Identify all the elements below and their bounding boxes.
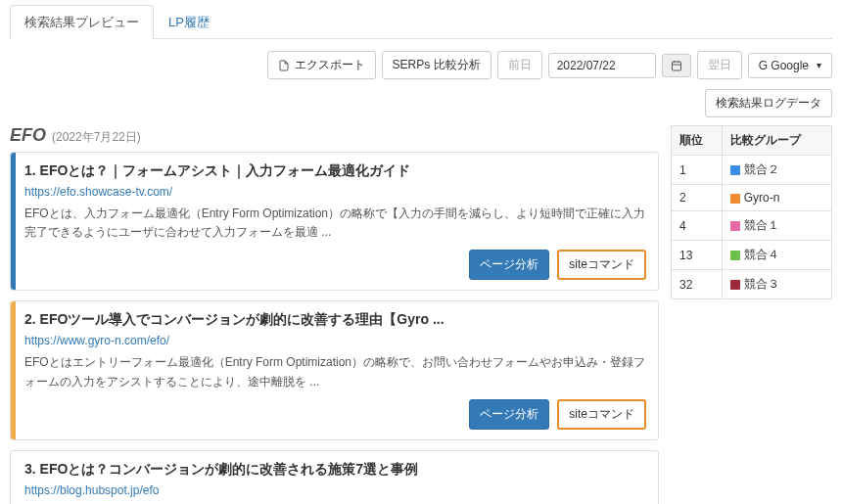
result-url[interactable]: https://blog.hubspot.jp/efo bbox=[24, 483, 159, 497]
rank-cell: 32 bbox=[672, 270, 723, 299]
group-label: 競合４ bbox=[744, 248, 779, 261]
page-analyze-button[interactable]: ページ分析 bbox=[469, 250, 549, 280]
col-group: 比較グループ bbox=[722, 126, 831, 156]
engine-label: G Google bbox=[759, 59, 809, 72]
toolbar: エクスポート SERPs 比較分析 前日 翌日 G Google ▾ bbox=[10, 51, 832, 79]
page-analyze-button[interactable]: ページ分析 bbox=[469, 399, 549, 430]
toolbar-secondary: 検索結果ログデータ bbox=[10, 89, 832, 117]
group-label: Gyro-n bbox=[744, 191, 780, 205]
color-swatch bbox=[730, 251, 740, 260]
table-row[interactable]: 32競合３ bbox=[672, 270, 832, 299]
rank-cell: 2 bbox=[672, 185, 723, 211]
tab-preview[interactable]: 検索結果プレビュー bbox=[10, 5, 154, 39]
result-title: 2. EFOツール導入でコンバージョンが劇的に改善する理由【Gyro ... bbox=[24, 311, 646, 329]
file-icon bbox=[278, 60, 290, 71]
table-row[interactable]: 13競合４ bbox=[672, 241, 832, 270]
result-url[interactable]: https://www.gyro-n.com/efo/ bbox=[24, 334, 169, 347]
calendar-icon bbox=[671, 60, 682, 71]
tabs: 検索結果プレビュー LP履歴 bbox=[10, 5, 832, 39]
table-row[interactable]: 2Gyro-n bbox=[672, 185, 832, 211]
tab-lp-history[interactable]: LP履歴 bbox=[154, 5, 224, 39]
compare-group-table: 順位 比較グループ 1競合２2Gyro-n4競合１13競合４32競合３ bbox=[671, 125, 832, 299]
group-cell: Gyro-n bbox=[722, 185, 831, 211]
result-title: 1. EFOとは？｜フォームアシスト｜入力フォーム最適化ガイド bbox=[24, 162, 646, 180]
rank-cell: 13 bbox=[672, 241, 723, 270]
col-rank: 順位 bbox=[672, 126, 723, 156]
result-url[interactable]: https://efo.showcase-tv.com/ bbox=[24, 185, 172, 199]
group-cell: 競合４ bbox=[722, 241, 831, 270]
group-label: 競合３ bbox=[744, 277, 779, 291]
log-data-button[interactable]: 検索結果ログデータ bbox=[705, 89, 832, 117]
result-stripe bbox=[11, 153, 16, 290]
search-result: 1. EFOとは？｜フォームアシスト｜入力フォーム最適化ガイドhttps://e… bbox=[10, 152, 659, 291]
site-command-button[interactable]: siteコマンド bbox=[557, 399, 646, 430]
color-swatch bbox=[730, 165, 740, 175]
result-actions: ページ分析siteコマンド bbox=[24, 250, 646, 280]
caret-down-icon: ▾ bbox=[817, 60, 821, 70]
color-swatch bbox=[730, 280, 740, 290]
serps-compare-button[interactable]: SERPs 比較分析 bbox=[382, 51, 491, 79]
export-button[interactable]: エクスポート bbox=[267, 51, 376, 79]
calendar-button[interactable] bbox=[662, 54, 691, 77]
next-day-button[interactable]: 翌日 bbox=[697, 51, 742, 79]
keyword-title: EFO bbox=[10, 125, 46, 146]
rank-cell: 1 bbox=[672, 156, 723, 185]
result-actions: ページ分析siteコマンド bbox=[24, 399, 646, 430]
date-input[interactable] bbox=[548, 53, 656, 78]
group-label: 競合２ bbox=[744, 162, 779, 176]
search-result: 2. EFOツール導入でコンバージョンが劇的に改善する理由【Gyro ...ht… bbox=[10, 300, 659, 439]
heading-date: (2022年7月22日) bbox=[52, 129, 141, 146]
result-snippet: EFOとは、入力フォーム最適化（Entry Form Optimization）… bbox=[24, 205, 646, 242]
table-row[interactable]: 1競合２ bbox=[672, 156, 832, 185]
color-swatch bbox=[730, 221, 740, 231]
page-heading: EFO (2022年7月22日) bbox=[10, 125, 659, 146]
result-stripe bbox=[11, 301, 16, 438]
group-cell: 競合１ bbox=[722, 211, 831, 241]
table-row[interactable]: 4競合１ bbox=[672, 211, 832, 241]
result-title: 3. EFOとは？コンバージョンが劇的に改善される施策7選と事例 bbox=[24, 461, 646, 479]
color-swatch bbox=[730, 194, 740, 204]
search-result: 3. EFOとは？コンバージョンが劇的に改善される施策7選と事例https://… bbox=[10, 450, 659, 504]
rank-cell: 4 bbox=[672, 211, 723, 241]
result-snippet: EFOとはエントリーフォーム最適化（Entry Form Optimizatio… bbox=[24, 353, 646, 390]
site-command-button[interactable]: siteコマンド bbox=[557, 250, 646, 280]
prev-day-button[interactable]: 前日 bbox=[497, 51, 542, 79]
engine-select[interactable]: G Google ▾ bbox=[748, 53, 832, 78]
svg-rect-0 bbox=[672, 62, 680, 70]
group-label: 競合１ bbox=[744, 218, 779, 232]
group-cell: 競合２ bbox=[722, 156, 831, 185]
export-label: エクスポート bbox=[295, 57, 365, 73]
group-cell: 競合３ bbox=[722, 270, 831, 299]
